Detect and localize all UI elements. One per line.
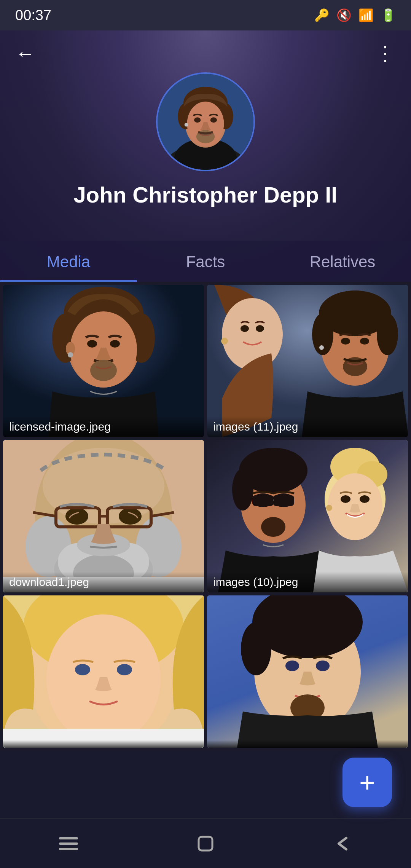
status-time: 00:37 [15,7,51,24]
svg-point-33 [377,313,398,355]
bottom-nav [0,819,411,868]
svg-point-35 [360,338,369,345]
media-grid: licensed-image.jpeg [0,282,411,751]
svg-point-9 [194,117,201,123]
svg-rect-90 [59,848,78,850]
svg-point-66 [261,517,285,537]
svg-point-73 [326,505,332,511]
media-item[interactable] [3,595,204,748]
svg-point-24 [68,352,73,357]
svg-point-28 [256,325,264,332]
home-icon [194,832,217,855]
svg-point-78 [75,664,90,675]
avatar [156,72,255,171]
svg-point-34 [341,338,350,345]
media-item[interactable]: licensed-image.jpeg [3,285,204,437]
svg-rect-63 [252,495,274,506]
nav-home-button[interactable] [186,828,225,859]
media-thumbnail [3,285,204,437]
nav-back-button[interactable] [323,828,362,859]
svg-point-21 [110,340,120,348]
svg-point-50 [119,508,142,525]
nav-menu-button[interactable] [49,828,88,859]
back-icon [331,834,354,853]
battery-icon: 🔋 [381,8,396,22]
status-icons: 🔑 🔇 📶 🔋 [314,8,396,22]
media-thumbnail [207,595,408,748]
svg-point-86 [316,661,330,671]
media-image-svg [207,595,408,748]
plus-icon: + [359,769,375,796]
back-button[interactable]: ← [15,43,35,63]
svg-point-84 [241,622,271,675]
avatar-image [158,74,253,170]
svg-point-29 [221,338,228,345]
media-image-svg [207,440,408,592]
content-area: licensed-image.jpeg [0,282,411,751]
media-image-svg [3,595,204,748]
media-filename [207,740,408,748]
media-item[interactable] [207,595,408,748]
svg-point-22 [90,360,117,381]
svg-point-20 [87,340,97,348]
nav-bar: ← ⋮ [0,42,411,65]
status-bar: 00:37 🔑 🔇 📶 🔋 [0,0,411,30]
wifi-icon: 📶 [358,8,374,22]
media-thumbnail [3,595,204,748]
hero-section: ← ⋮ [0,30,411,282]
svg-point-85 [285,661,299,671]
tab-bar: Media Facts Relatives [0,241,411,282]
tab-facts[interactable]: Facts [137,241,274,282]
svg-point-72 [360,495,370,503]
media-item[interactable]: images (10).jpeg [207,440,408,592]
hamburger-icon [57,834,80,853]
svg-rect-91 [199,837,212,850]
avatar-svg [158,74,253,170]
svg-rect-88 [59,837,78,839]
media-image-svg [207,285,408,437]
media-filename: download1.jpeg [3,572,204,592]
svg-point-49 [65,508,88,525]
svg-point-10 [210,117,217,123]
svg-rect-89 [59,842,78,845]
media-filename [3,740,204,748]
media-image-svg [3,285,204,437]
media-item[interactable]: download1.jpeg [3,440,204,592]
svg-point-12 [185,123,188,127]
media-thumbnail [207,440,408,592]
svg-point-27 [241,325,249,332]
media-filename: images (10).jpeg [207,572,408,592]
svg-point-37 [319,345,324,350]
media-filename: licensed-image.jpeg [3,416,204,437]
more-options-button[interactable]: ⋮ [375,42,396,65]
svg-point-26 [222,298,283,370]
media-filename: images (11).jpeg [207,416,408,437]
svg-point-71 [341,495,350,503]
media-item[interactable]: images (11).jpeg [207,285,408,437]
key-icon: 🔑 [314,8,330,22]
tab-relatives[interactable]: Relatives [274,241,411,282]
media-thumbnail [207,285,408,437]
media-thumbnail [3,440,204,592]
celebrity-name: John Christopher Depp II [59,182,353,207]
add-media-fab[interactable]: + [342,758,392,807]
mute-icon: 🔇 [336,8,352,22]
svg-rect-64 [273,495,294,506]
media-image-svg [3,440,204,592]
svg-point-79 [117,664,132,675]
svg-point-60 [232,469,253,511]
tab-media[interactable]: Media [0,241,137,282]
